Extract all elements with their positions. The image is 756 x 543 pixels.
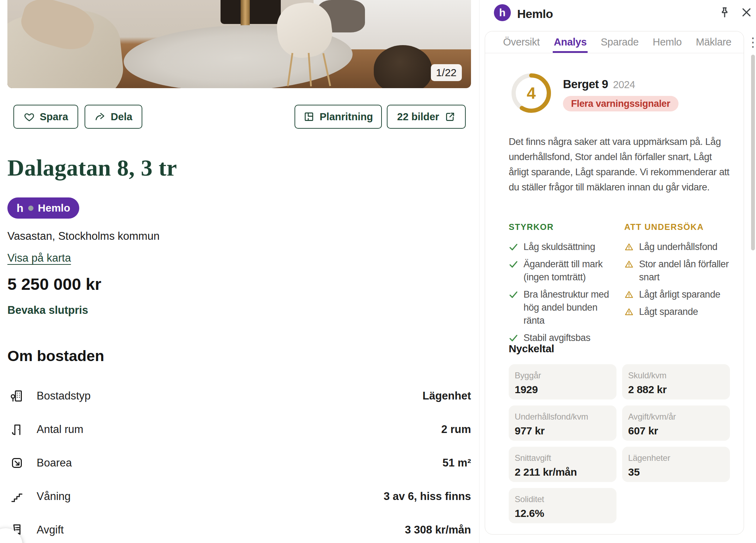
key-figure-label: Lägenheter [628, 453, 724, 463]
about-row-label: Antal rum [37, 423, 83, 436]
key-figure-label: Underhållsfond/kvm [515, 412, 611, 422]
strength-item-label: Bra lånestruktur med hög andel bunden rä… [523, 288, 620, 327]
photo-decor-fireplace [221, 0, 281, 24]
all-images-button[interactable]: 22 bilder [387, 105, 466, 129]
share-button[interactable]: Dela [85, 105, 142, 129]
key-figure-label: Skuld/kvm [628, 371, 724, 380]
hemlo-logo-icon: h [494, 4, 511, 21]
score-value: 4 [511, 73, 552, 114]
hemlo-logo-icon: h [17, 202, 24, 214]
about-row-label: Boarea [37, 457, 72, 469]
show-on-map-link[interactable]: Visa på karta [7, 252, 71, 264]
stairs-icon [10, 489, 24, 504]
key-figure-card: Snittavgift 2 211 kr/mån [509, 447, 616, 482]
key-figure-label: Soliditet [515, 494, 611, 504]
investigate-item: Lågt årligt sparande [624, 288, 743, 301]
strength-item: Låg skuldsättning [509, 240, 620, 254]
pin-button[interactable] [717, 4, 733, 20]
tab-hemlo[interactable]: Hemlo [652, 31, 683, 53]
panel-scrollbar[interactable] [751, 55, 755, 250]
key-figure-value: 2 882 kr [628, 384, 724, 396]
about-row-value: 3 308 kr/mån [405, 524, 471, 536]
about-row-label: Bostadstyp [37, 390, 91, 402]
close-button[interactable] [738, 4, 755, 20]
investigate-item: Låg underhållsfond [624, 240, 743, 254]
score-gauge: 4 [511, 73, 552, 114]
about-row-bostadstyp: Bostadstyp Lägenhet [10, 387, 471, 405]
about-row-antal-rum: Antal rum 2 rum [10, 421, 471, 438]
check-icon [509, 333, 518, 343]
investigate-item: Stor andel lån förfaller snart [624, 258, 743, 284]
strength-item-label: Låg skuldsättning [523, 240, 595, 254]
check-icon [509, 260, 518, 269]
key-figures-heading: Nyckeltal [509, 343, 554, 355]
floorplan-button-label: Planritning [320, 111, 373, 123]
about-row-label: Avgift [37, 524, 64, 536]
check-icon [509, 290, 518, 299]
key-figure-label: Snittavgift [515, 453, 611, 463]
investigate-item-label: Stor andel lån förfaller snart [639, 258, 743, 284]
hemlo-listing-badge[interactable]: h Hemlo [7, 197, 79, 219]
more-menu-icon[interactable]: ⋮ [744, 36, 756, 49]
floorplan-icon [303, 111, 315, 122]
floorplan-button[interactable]: Planritning [295, 105, 382, 129]
door-icon [10, 422, 24, 437]
tab-maklare[interactable]: Mäklare [695, 31, 732, 53]
save-button[interactable]: Spara [13, 105, 78, 129]
about-row-boarea: Boarea 51 m² [10, 454, 471, 472]
tab-sparade[interactable]: Sparade [600, 31, 640, 53]
photo-decor-stool [374, 45, 432, 88]
warning-badge: Flera varningssignaler [563, 96, 678, 111]
photo-counter: 1/22 [431, 64, 462, 81]
external-link-icon [444, 111, 456, 122]
tab-oversikt[interactable]: Översikt [502, 31, 541, 53]
key-figure-card: Byggår 1929 [509, 364, 616, 399]
panel-title: Hemlo [517, 7, 553, 21]
investigate-item-label: Lågt årligt sparande [639, 288, 720, 301]
heart-icon [24, 111, 35, 122]
about-row-value: 51 m² [442, 457, 471, 469]
warning-icon [624, 290, 634, 299]
strengths-column: STYRKOR Låg skuldsättning Äganderätt til… [509, 222, 620, 344]
about-row-vaning: Våning 3 av 6, hiss finns [10, 488, 471, 505]
investigate-item-label: Lågt sparande [639, 305, 698, 318]
tab-analys[interactable]: Analys [553, 31, 588, 53]
investigate-heading: ATT UNDERSÖKA [624, 222, 743, 232]
key-figure-value: 1929 [515, 384, 611, 396]
key-figure-card: Underhållsfond/kvm 977 kr [509, 405, 616, 441]
price: 5 250 000 kr [7, 274, 101, 294]
check-icon [509, 242, 518, 252]
status-dot-icon [28, 206, 33, 211]
pin-icon [719, 6, 731, 18]
key-figure-card: Avgift/kvm/år 607 kr [622, 405, 730, 441]
about-row-value: Lägenhet [422, 390, 471, 402]
location-text: Vasastan, Stockholms kommun [7, 230, 160, 243]
warning-icon [624, 307, 634, 317]
key-figure-label: Avgift/kvm/år [628, 412, 724, 422]
property-photo[interactable]: 1/22 [7, 0, 471, 88]
key-figure-value: 12.6% [515, 507, 611, 519]
key-figure-card: Soliditet 12.6% [509, 488, 616, 523]
hemlo-logo-glyph: h [499, 7, 506, 19]
watch-final-price-link[interactable]: Bevaka slutpris [7, 304, 88, 317]
key-figure-card: Lägenheter 35 [622, 447, 730, 482]
page-title: Dalagatan 8, 3 tr [7, 154, 177, 181]
key-figures-grid: Byggår 1929 Skuld/kvm 2 882 kr Underhåll… [509, 364, 730, 523]
about-row-label: Våning [37, 490, 71, 503]
analysis-summary: Det finns några saker att vara uppmärksa… [509, 134, 734, 195]
hemlo-badge-label: Hemlo [38, 202, 70, 214]
association-year: 2024 [613, 79, 635, 91]
all-images-button-label: 22 bilder [397, 111, 439, 123]
close-icon [740, 6, 752, 18]
building-icon [10, 389, 24, 403]
strengths-heading: STYRKOR [509, 222, 620, 232]
investigate-item-label: Låg underhållsfond [639, 240, 718, 254]
key-figure-card: Skuld/kvm 2 882 kr [622, 364, 730, 399]
key-figure-value: 977 kr [515, 425, 611, 437]
about-row-avgift: Avgift 3 308 kr/mån [10, 521, 471, 539]
investigate-column: ATT UNDERSÖKA Låg underhållsfond Stor an… [624, 222, 743, 318]
warning-icon [624, 242, 634, 252]
about-row-value: 2 rum [441, 423, 471, 436]
about-heading: Om bostaden [7, 347, 104, 365]
key-figure-value: 2 211 kr/mån [515, 466, 611, 478]
